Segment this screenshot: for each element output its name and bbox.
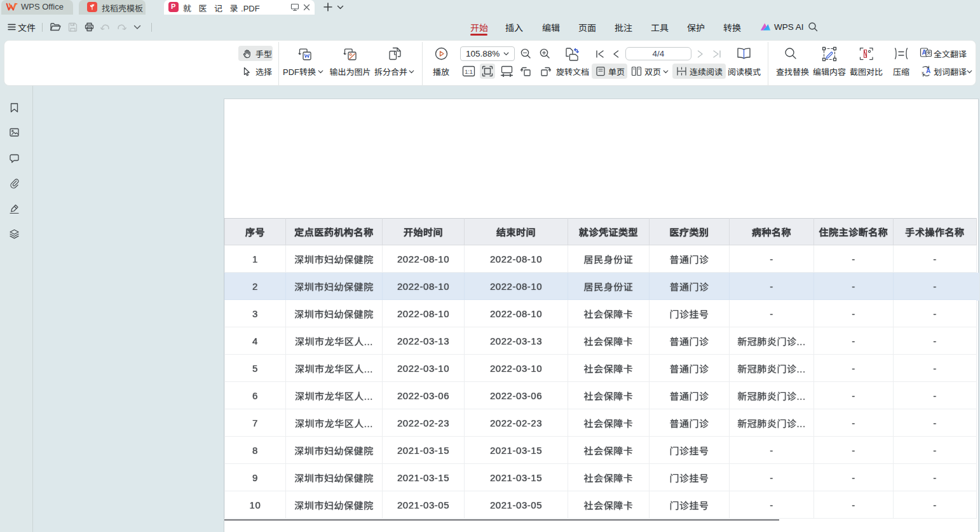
svg-text:1:1: 1:1 bbox=[465, 69, 473, 75]
svg-text:A: A bbox=[926, 67, 930, 74]
svg-text:x: x bbox=[922, 70, 924, 76]
